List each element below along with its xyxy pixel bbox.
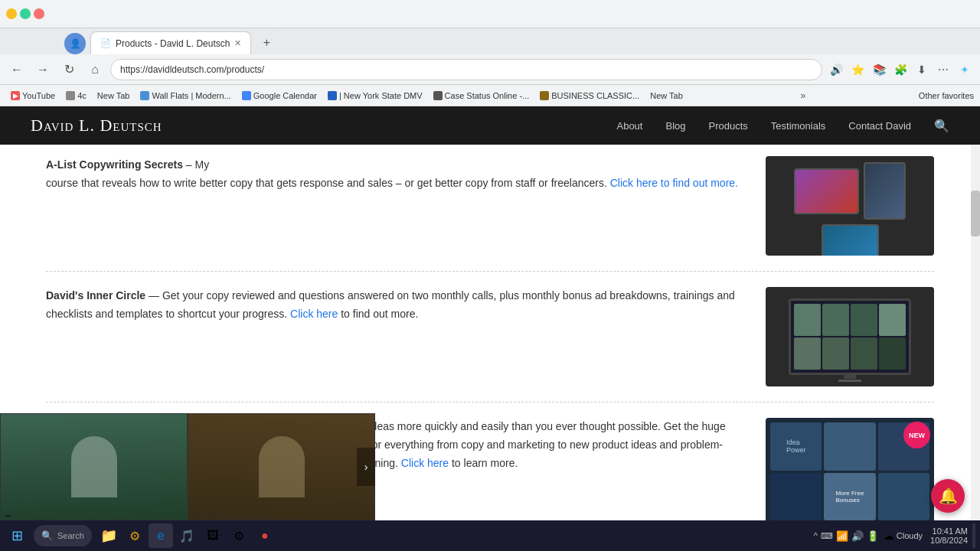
back-button[interactable]: ← — [6, 59, 28, 80]
bookmark-newtab2[interactable]: New Tab — [645, 90, 688, 102]
nav-icon-group: 🔊 ⭐ 📚 🧩 ⬇ ⋯ ✦ — [827, 60, 974, 79]
taskbar-clock[interactable]: 10:41 AM 10/8/2024 — [930, 527, 968, 545]
copywriting-intro: – My — [186, 158, 209, 171]
copywriting-image — [766, 156, 934, 256]
site-logo-text: David L. Deutsch — [31, 116, 162, 135]
inner-circle-link[interactable]: Click here — [290, 308, 338, 320]
bookmark-newtab1-label: New Tab — [97, 91, 130, 100]
active-tab[interactable]: 📄 Products - David L. Deutsch ✕ — [90, 31, 251, 54]
bookmarks-bar: ▶ YouTube 4c New Tab Wall Flats | Modern… — [0, 85, 980, 106]
taskbar-file-explorer[interactable]: 📁 — [96, 523, 121, 548]
taskbar-chrome2[interactable]: ● — [253, 523, 277, 548]
new-tab-icon: + — [263, 36, 270, 50]
dmv-favicon — [328, 91, 337, 100]
close-button[interactable] — [34, 8, 44, 19]
tray-volume-icon[interactable]: 🔊 — [851, 530, 864, 542]
bookmark-4c-label: 4c — [77, 91, 87, 100]
more-options-icon[interactable]: ⋯ — [934, 60, 952, 79]
window-controls[interactable] — [6, 8, 44, 19]
bookmark-gcal[interactable]: Google Calendar — [237, 90, 322, 102]
video-left-label — [5, 515, 11, 517]
scrollbar-thumb[interactable] — [971, 191, 980, 236]
start-button[interactable]: ⊞ — [5, 523, 29, 548]
taskbar-settings[interactable]: ⚙ — [227, 523, 251, 548]
bookmark-biz[interactable]: BUSINESS CLASSIC... — [535, 90, 644, 102]
bookmark-newtab1[interactable]: New Tab — [93, 90, 135, 102]
nav-about[interactable]: About — [616, 120, 642, 132]
settings-icon: ⚙ — [234, 529, 244, 543]
product-inner-circle: David's Inner Circle — Get your copy rev… — [46, 272, 934, 403]
tray-up-icon[interactable]: ^ — [814, 531, 818, 540]
clock-time: 10:41 AM — [930, 527, 968, 536]
bookmark-youtube[interactable]: ▶ YouTube — [6, 90, 60, 102]
taskbar-search-label: Search — [57, 531, 84, 540]
collections-icon[interactable]: 📚 — [870, 60, 888, 79]
bookmark-wall[interactable]: Wall Flats | Modern... — [136, 90, 235, 102]
taskbar: ⊞ 🔍 Search 📁 ⚙ e 🎵 🖼 ⚙ ● ^ ⌨ � — [0, 520, 980, 551]
home-button[interactable]: ⌂ — [84, 59, 106, 80]
windows-logo-icon: ⊞ — [11, 527, 23, 544]
video-thumb-right[interactable] — [188, 413, 375, 520]
taskbar-chrome[interactable]: ⚙ — [122, 523, 147, 548]
bookmark-court[interactable]: Case Status Online -... — [429, 90, 534, 102]
bookmark-gcal-label: Google Calendar — [253, 91, 317, 100]
video-thumb-left[interactable] — [0, 413, 188, 520]
downloads-icon[interactable]: ⬇ — [913, 60, 931, 79]
idea-grid-6 — [878, 473, 929, 521]
other-favorites[interactable]: Other favorites — [919, 91, 974, 100]
extensions-icon[interactable]: 🧩 — [891, 60, 910, 79]
person-silhouette-left — [71, 436, 117, 497]
gcal-favicon — [242, 91, 251, 100]
taskbar-search-icon: 🔍 — [41, 530, 53, 541]
bookmark-wall-label: Wall Flats | Modern... — [152, 91, 230, 100]
bookmarks-more-button[interactable]: » — [800, 90, 805, 101]
system-tray: ^ ⌨ 📶 🔊 🔋 — [814, 530, 879, 542]
edge-copilot-icon[interactable]: ✦ — [956, 60, 974, 79]
tray-network-icon[interactable]: 📶 — [836, 530, 848, 542]
taskbar-photos[interactable]: 🖼 — [201, 523, 225, 548]
taskbar-search[interactable]: 🔍 Search — [34, 525, 92, 546]
copywriting-link[interactable]: Click here to find out more. — [610, 177, 738, 189]
copywriting-title-link[interactable]: A-List Copywriting Secrets — [46, 158, 183, 171]
idea-power-link[interactable]: Click here — [401, 457, 449, 469]
minimize-button[interactable] — [6, 8, 17, 19]
biz-favicon — [540, 91, 549, 100]
nav-products[interactable]: Products — [709, 120, 748, 132]
forward-button[interactable]: → — [32, 59, 54, 80]
new-badge: NEW — [903, 422, 930, 448]
profile-button[interactable]: 👤 — [64, 33, 86, 54]
video-scroll-arrow[interactable]: › — [357, 448, 375, 486]
search-icon[interactable]: 🔍 — [934, 119, 949, 133]
new-tab[interactable]: + — [251, 31, 282, 54]
tab-close-button[interactable]: ✕ — [234, 38, 241, 48]
url-bar[interactable]: https://davidldeutsch.com/products/ — [110, 59, 822, 80]
show-desktop-button[interactable] — [972, 523, 975, 548]
taskbar-edge[interactable]: e — [149, 523, 173, 548]
scrollbar[interactable] — [971, 145, 980, 551]
copywriting-desc: course that reveals how to write better … — [46, 177, 610, 189]
site-nav: About Blog Products Testimonials Contact… — [616, 119, 949, 133]
video-left-content — [1, 414, 187, 520]
read-aloud-icon[interactable]: 🔊 — [827, 60, 845, 79]
favorites-icon[interactable]: ⭐ — [848, 60, 867, 79]
bookmark-4c[interactable]: 4c — [61, 90, 91, 102]
maximize-button[interactable] — [20, 8, 31, 19]
nav-blog[interactable]: Blog — [665, 120, 685, 132]
bookmark-court-label: Case Status Online -... — [445, 91, 530, 100]
person-silhouette-right — [259, 436, 305, 497]
chrome2-icon: ● — [261, 529, 269, 543]
refresh-button[interactable]: ↻ — [58, 59, 80, 80]
chrome-icon: ⚙ — [129, 529, 140, 543]
taskbar-weather[interactable]: ☁ Cloudy — [884, 530, 923, 542]
taskbar-media[interactable]: 🎵 — [175, 523, 199, 548]
idea-power-suffix: to learn more. — [452, 457, 518, 469]
notification-bell[interactable]: 🔔 — [931, 479, 965, 513]
nav-testimonials[interactable]: Testimonials — [771, 120, 826, 132]
nav-contact[interactable]: Contact David — [848, 120, 911, 132]
bookmark-youtube-label: YouTube — [22, 91, 55, 100]
idea-grid-5: More FreeBonuses — [824, 473, 875, 521]
youtube-favicon: ▶ — [11, 91, 20, 100]
tray-keyboard-icon[interactable]: ⌨ — [821, 531, 833, 541]
browser-title-bar — [0, 0, 980, 28]
bookmark-dmv[interactable]: | New York State DMV — [323, 90, 427, 102]
